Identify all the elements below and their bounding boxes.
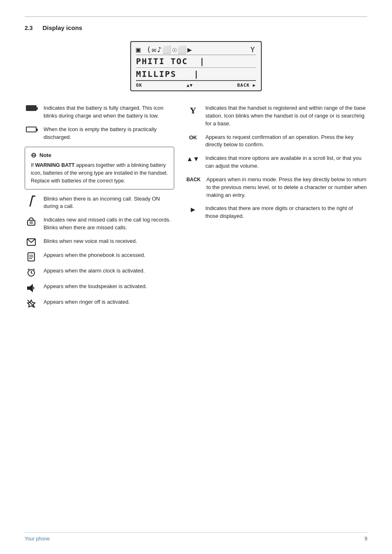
updown-icon: ▲▼: [187, 155, 200, 163]
ok-text: Appears to request confirmation of an op…: [205, 134, 367, 149]
list-item: Appears when the alarm clock is activate…: [25, 267, 174, 277]
alarm-text: Appears when the alarm clock is activate…: [44, 267, 174, 275]
signal-icon: Y: [187, 104, 200, 116]
battery-empty-text: When the Icon is empty the battery is pr…: [44, 126, 174, 141]
list-item: When the Icon is empty the battery is pr…: [25, 126, 174, 141]
voicemail-svg: [27, 238, 36, 246]
note-title: Note: [39, 152, 51, 158]
voicemail-text: Blinks when new voice mail is received.: [44, 238, 174, 245]
ringer-off-icon: [25, 298, 38, 308]
display-icons-row1: ▣ (✉♪⬜☉⬜▶: [136, 45, 193, 54]
display-container: ▣ (✉♪⬜☉⬜▶ Y PHITI TOC | MILLIPS | OK ▲▼ …: [25, 41, 367, 91]
display-row2: PHITI TOC |: [136, 55, 256, 68]
updown-text: Indicates that more options are availabl…: [205, 155, 367, 170]
battery-empty-symbol: [26, 127, 37, 132]
list-item: Appears when the loudspeaker is activate…: [25, 283, 174, 293]
call-log-text: Indicates new and missed calls in the ca…: [44, 216, 174, 232]
note-header: ⊖ Note: [31, 151, 168, 159]
note-content: If WARNING BATT appears together with a …: [31, 162, 168, 185]
note-icon: ⊖: [31, 151, 36, 159]
list-item: Indicates new and missed calls in the ca…: [25, 216, 174, 232]
loudspeaker-text: Appears when the loudspeaker is activate…: [44, 283, 174, 291]
list-item: BACK Appears when in menu mode. Press th…: [187, 176, 367, 199]
list-item: Indicates that the battery is fully char…: [25, 104, 174, 120]
btn-ok: OK: [136, 83, 142, 88]
right-column: Y Indicates that the handset is register…: [182, 104, 367, 314]
call-log-icon: [25, 216, 38, 226]
arrow-right-icon: ►: [187, 205, 200, 214]
section-header: 2.3 Display icons: [25, 24, 367, 31]
warning-batt-bold: WARNING BATT: [35, 162, 74, 168]
back-icon: BACK: [187, 176, 201, 182]
left-column: Indicates that the battery is fully char…: [25, 104, 182, 314]
back-text: Appears when in menu mode. Press the key…: [206, 176, 367, 199]
phonebook-text: Appears when the phonebook is accessed.: [44, 252, 174, 259]
alarm-svg: [27, 268, 36, 277]
phonebook-icon: [25, 252, 38, 261]
battery-full-icon: [25, 104, 38, 111]
icons-layout: Indicates that the battery is fully char…: [25, 104, 367, 314]
btn-updown: ▲▼: [187, 83, 193, 88]
footer-right: 9: [364, 536, 367, 542]
svg-marker-14: [28, 285, 32, 291]
display-signal: Y: [250, 45, 256, 54]
ringer-off-svg: [27, 299, 36, 308]
btn-back: BACK ▶: [237, 83, 256, 88]
svg-point-13: [31, 272, 32, 273]
ringer-off-text: Appears when ringer off is activated.: [44, 298, 174, 306]
list-item: OK Appears to request confirmation of an…: [187, 134, 367, 149]
svg-rect-0: [28, 220, 35, 225]
loudspeaker-svg: [27, 284, 36, 293]
svg-line-12: [33, 269, 35, 270]
list-item: ▲▼ Indicates that more options are avail…: [187, 155, 367, 170]
battery-full-text: Indicates that the battery is fully char…: [44, 104, 174, 120]
list-item: Y Indicates that the handset is register…: [187, 104, 367, 128]
battery-full-symbol: [26, 105, 37, 111]
display-buttons: OK ▲▼ BACK ▶: [136, 81, 256, 88]
ok-icon: OK: [187, 134, 200, 141]
phone-ring-text: Blinks when there is an incoming call. S…: [44, 195, 174, 211]
call-log-svg: [27, 217, 36, 226]
footer: Your phone 9: [25, 532, 367, 542]
top-rule: [25, 16, 367, 17]
page: 2.3 Display icons ▣ (✉♪⬜☉⬜▶ Y PHITI TOC …: [0, 0, 392, 339]
phone-ring-icon: ⎡: [25, 195, 38, 207]
voicemail-icon: [25, 238, 38, 246]
svg-line-11: [28, 269, 29, 270]
section-number: 2.3: [25, 25, 32, 31]
list-item: Appears when ringer off is activated.: [25, 298, 174, 308]
battery-empty-icon: [25, 126, 38, 132]
arrow-right-text: Indicates that there are more digits or …: [205, 205, 367, 220]
phone-display: ▣ (✉♪⬜☉⬜▶ Y PHITI TOC | MILLIPS | OK ▲▼ …: [130, 41, 262, 91]
signal-text: Indicates that the handset is registered…: [205, 104, 367, 128]
loudspeaker-icon: [25, 283, 38, 293]
phonebook-svg: [27, 252, 36, 261]
list-item: ⎡ Blinks when there is an incoming call.…: [25, 195, 174, 211]
footer-left: Your phone: [25, 536, 50, 542]
list-item: ► Indicates that there are more digits o…: [187, 205, 367, 220]
display-row3: MILLIPS |: [136, 68, 256, 81]
section-title: Display icons: [42, 24, 82, 31]
list-item: Appears when the phonebook is accessed.: [25, 252, 174, 261]
list-item: Blinks when new voice mail is received.: [25, 238, 174, 246]
note-box: ⊖ Note If WARNING BATT appears together …: [25, 147, 174, 189]
display-row1: ▣ (✉♪⬜☉⬜▶ Y: [136, 45, 256, 54]
alarm-icon: [25, 267, 38, 277]
